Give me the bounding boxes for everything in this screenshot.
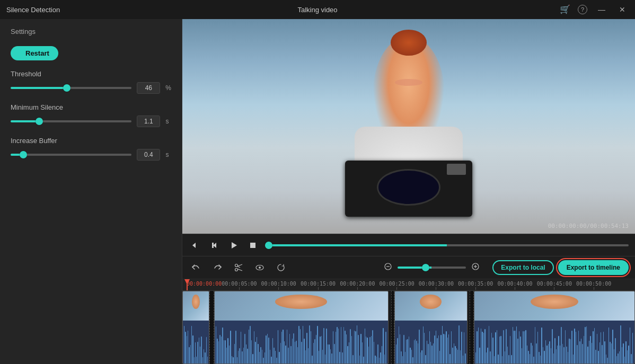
- redo-icon: [213, 263, 222, 272]
- video-clip[interactable]: [474, 291, 635, 364]
- increase-buffer-group: Increase Buffer s: [11, 137, 171, 161]
- threshold-value[interactable]: [137, 82, 160, 94]
- threshold-group: Threshold %: [11, 70, 171, 94]
- timeline-tracks: [182, 291, 635, 364]
- restart-button[interactable]: Restart: [11, 46, 58, 60]
- clip-thumbnail: [215, 291, 388, 321]
- progress-slider[interactable]: [265, 244, 629, 246]
- svg-rect-2: [212, 243, 214, 248]
- step-back-icon: [211, 242, 218, 249]
- clip-audio: [183, 321, 209, 364]
- increase-buffer-slider[interactable]: [11, 154, 131, 156]
- thumb-face-img: [215, 291, 388, 321]
- zoom-in-button[interactable]: [469, 261, 482, 274]
- ruler-tick: 00:00:35:00: [458, 281, 493, 290]
- min-silence-value[interactable]: [137, 116, 160, 127]
- clip-audio: [395, 321, 467, 364]
- timeline-toolbar: Export to local Export to timeline: [182, 256, 635, 279]
- timeline-ruler: 00:00:00:00 00:00:05:00 00:00:10:00 00:0…: [182, 279, 635, 291]
- play-button[interactable]: [227, 239, 241, 251]
- close-button[interactable]: ✕: [616, 4, 629, 15]
- clip-thumbnail: [474, 291, 634, 321]
- svg-line-8: [237, 269, 242, 271]
- min-silence-label: Minimum Silence: [11, 103, 171, 111]
- rewind-button[interactable]: [189, 239, 202, 251]
- ruler-tick: 00:00:25:00: [379, 281, 414, 290]
- view-button[interactable]: [252, 261, 267, 274]
- clip-audio: [215, 321, 388, 364]
- cart-icon[interactable]: 🛒: [560, 5, 570, 14]
- silence-gap: [470, 291, 474, 364]
- export-local-button[interactable]: Export to local: [492, 260, 553, 275]
- svg-point-6: [235, 269, 238, 271]
- cut-icon: [234, 263, 243, 272]
- silence-gap: [391, 291, 394, 364]
- thumb-face-img: [474, 291, 634, 321]
- history-button[interactable]: [274, 261, 288, 274]
- zoom-out-icon: [384, 262, 392, 271]
- zoom-slider[interactable]: [398, 267, 466, 269]
- redo-button[interactable]: [210, 261, 225, 274]
- window-title: Talking video: [297, 6, 337, 14]
- min-silence-unit: s: [165, 118, 171, 125]
- undo-button[interactable]: [189, 261, 204, 274]
- increase-buffer-slider-row: s: [11, 149, 171, 161]
- ruler-tick: 00:00:10:00: [261, 281, 296, 290]
- export-timeline-button[interactable]: Export to timeline: [558, 260, 629, 275]
- video-clip[interactable]: [182, 291, 209, 364]
- threshold-label: Threshold: [11, 70, 171, 78]
- video-timestamp: 00:00:00:00/00:00:54:13: [548, 223, 629, 229]
- ruler-tick: 00:00:05:00: [222, 281, 257, 290]
- ruler-tick: 00:00:50:00: [576, 281, 611, 290]
- waveform: [395, 321, 467, 364]
- min-silence-slider[interactable]: [11, 120, 131, 122]
- main-content: Settings Restart Threshold % Minimum Sil…: [0, 19, 635, 364]
- undo-icon: [191, 263, 201, 272]
- right-area: 00:00:00:00/00:00:54:13: [182, 19, 635, 364]
- silence-gap: [209, 291, 214, 364]
- export-group: Export to local Export to timeline: [492, 260, 629, 275]
- cut-button[interactable]: [231, 261, 246, 274]
- waveform: [215, 321, 388, 364]
- playhead[interactable]: [187, 279, 188, 290]
- svg-point-11: [259, 267, 261, 269]
- rewind-icon: [192, 242, 199, 249]
- ruler-tick: 00:00:40:00: [497, 281, 532, 290]
- app-title: Silence Detection: [6, 6, 60, 14]
- help-icon[interactable]: ?: [578, 5, 587, 14]
- step-back-button[interactable]: [208, 239, 222, 251]
- clip-audio: [474, 321, 634, 364]
- stop-button[interactable]: [246, 239, 260, 251]
- play-icon: [230, 242, 237, 249]
- increase-buffer-value[interactable]: [137, 149, 160, 161]
- min-silence-slider-row: s: [11, 116, 171, 127]
- threshold-unit: %: [165, 84, 171, 92]
- svg-point-5: [235, 264, 238, 267]
- thumb-face-img: [395, 291, 467, 321]
- min-silence-group: Minimum Silence s: [11, 103, 171, 127]
- video-clip[interactable]: [394, 291, 468, 364]
- titlebar: Silence Detection Talking video 🛒 ? — ✕: [0, 0, 635, 19]
- timeline-area: 00:00:00:00 00:00:05:00 00:00:10:00 00:0…: [182, 279, 635, 364]
- clip-thumbnail: [395, 291, 467, 321]
- clip-thumbnail: [183, 291, 209, 321]
- video-clip[interactable]: [214, 291, 389, 364]
- zoom-in-icon: [471, 262, 480, 271]
- increase-buffer-unit: s: [165, 151, 171, 158]
- eye-icon: [255, 263, 264, 272]
- settings-label: Settings: [11, 28, 171, 35]
- minimize-button[interactable]: —: [595, 4, 608, 15]
- threshold-slider[interactable]: [11, 87, 131, 89]
- waveform: [474, 321, 634, 364]
- zoom-controls: [382, 261, 482, 274]
- svg-marker-0: [192, 243, 196, 248]
- playback-bar: [182, 234, 635, 256]
- ruler-tick: 00:00:20:00: [340, 281, 375, 290]
- restart-section: Restart: [11, 46, 171, 60]
- svg-line-9: [237, 267, 240, 268]
- history-icon: [276, 263, 286, 272]
- zoom-out-button[interactable]: [382, 261, 394, 274]
- ruler-tick: 00:00:15:00: [301, 281, 336, 290]
- svg-marker-3: [232, 242, 237, 248]
- svg-line-7: [237, 264, 242, 267]
